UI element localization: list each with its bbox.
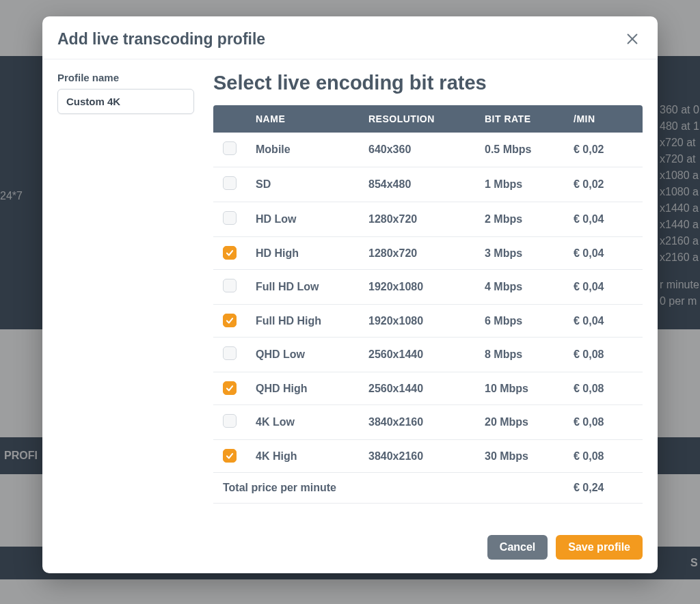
bitrate-value: 6 Mbps xyxy=(475,305,564,338)
modal-footer: Cancel Save profile xyxy=(42,509,658,573)
bitrate-value: 8 Mbps xyxy=(475,338,564,372)
col-header-permin: /MIN xyxy=(564,105,643,133)
bitrate-checkbox[interactable] xyxy=(223,279,237,292)
table-row: Full HD High1920x10806 Mbps€ 0,04 xyxy=(213,305,643,338)
bitrate-checkbox[interactable] xyxy=(223,246,237,260)
total-row: Total price per minute € 0,24 xyxy=(213,473,643,504)
bitrate-value: 1 Mbps xyxy=(475,167,564,202)
bitrate-name: HD Low xyxy=(246,202,359,237)
col-header-resolution: RESOLUTION xyxy=(359,105,475,133)
bitrate-name: 4K Low xyxy=(246,405,359,440)
table-row: Mobile640x3600.5 Mbps€ 0,02 xyxy=(213,133,643,167)
modal-body: Profile name Select live encoding bit ra… xyxy=(42,59,658,509)
cancel-button[interactable]: Cancel xyxy=(487,535,548,560)
bitrate-name: QHD High xyxy=(246,372,359,405)
bitrate-price: € 0,02 xyxy=(564,133,643,167)
bitrate-value: 3 Mbps xyxy=(475,237,564,270)
bitrate-value: 2 Mbps xyxy=(475,202,564,237)
col-header-check xyxy=(213,105,246,133)
bitrate-resolution: 1280x720 xyxy=(359,202,475,237)
bitrate-price: € 0,08 xyxy=(564,338,643,372)
bitrate-resolution: 3840x2160 xyxy=(359,440,475,473)
bitrate-name: HD High xyxy=(246,237,359,270)
table-row: Full HD Low1920x10804 Mbps€ 0,04 xyxy=(213,270,643,305)
add-transcoding-profile-modal: Add live transcoding profile Profile nam… xyxy=(42,16,658,573)
bitrate-resolution: 1920x1080 xyxy=(359,270,475,305)
bitrate-resolution: 3840x2160 xyxy=(359,405,475,440)
bitrate-price: € 0,04 xyxy=(564,305,643,338)
bitrate-checkbox[interactable] xyxy=(223,346,237,360)
bitrate-checkbox[interactable] xyxy=(223,314,237,327)
bitrate-checkbox[interactable] xyxy=(223,414,237,428)
bitrate-price: € 0,08 xyxy=(564,372,643,405)
table-row: QHD High2560x144010 Mbps€ 0,08 xyxy=(213,372,643,405)
bitrate-name: SD xyxy=(246,167,359,202)
bitrate-price: € 0,02 xyxy=(564,167,643,202)
bitrate-resolution: 854x480 xyxy=(359,167,475,202)
bitrate-table: NAME RESOLUTION BIT RATE /MIN Mobile640x… xyxy=(213,105,643,504)
close-button[interactable] xyxy=(622,29,643,49)
bitrate-name: Full HD High xyxy=(246,305,359,338)
bitrate-checkbox[interactable] xyxy=(223,449,237,463)
col-header-bitrate: BIT RATE xyxy=(475,105,564,133)
bitrate-section: Select live encoding bit rates NAME RESO… xyxy=(213,72,643,504)
col-header-name: NAME xyxy=(246,105,359,133)
bitrate-resolution: 2560x1440 xyxy=(359,338,475,372)
bitrate-checkbox[interactable] xyxy=(223,141,237,155)
save-profile-button[interactable]: Save profile xyxy=(556,535,643,560)
bitrate-resolution: 1280x720 xyxy=(359,237,475,270)
bitrate-price: € 0,04 xyxy=(564,270,643,305)
modal-header: Add live transcoding profile xyxy=(42,16,658,59)
bitrate-price: € 0,04 xyxy=(564,202,643,237)
bitrate-checkbox[interactable] xyxy=(223,176,237,190)
bitrate-price: € 0,08 xyxy=(564,405,643,440)
bitrate-checkbox[interactable] xyxy=(223,381,237,395)
bitrate-name: QHD Low xyxy=(246,338,359,372)
table-row: 4K Low3840x216020 Mbps€ 0,08 xyxy=(213,405,643,440)
bitrate-name: 4K High xyxy=(246,440,359,473)
bitrate-value: 0.5 Mbps xyxy=(475,133,564,167)
table-row: HD Low1280x7202 Mbps€ 0,04 xyxy=(213,202,643,237)
total-label: Total price per minute xyxy=(213,473,564,504)
profile-name-label: Profile name xyxy=(57,72,194,83)
total-price: € 0,24 xyxy=(564,473,643,504)
bitrate-resolution: 1920x1080 xyxy=(359,305,475,338)
bitrate-price: € 0,08 xyxy=(564,440,643,473)
close-icon xyxy=(625,31,640,46)
table-row: SD854x4801 Mbps€ 0,02 xyxy=(213,167,643,202)
bitrate-resolution: 2560x1440 xyxy=(359,372,475,405)
bitrate-name: Full HD Low xyxy=(246,270,359,305)
bitrate-name: Mobile xyxy=(246,133,359,167)
table-row: HD High1280x7203 Mbps€ 0,04 xyxy=(213,237,643,270)
table-row: QHD Low2560x14408 Mbps€ 0,08 xyxy=(213,338,643,372)
bitrate-value: 4 Mbps xyxy=(475,270,564,305)
bitrate-value: 30 Mbps xyxy=(475,440,564,473)
profile-name-input[interactable] xyxy=(57,89,194,114)
bitrate-resolution: 640x360 xyxy=(359,133,475,167)
bitrate-value: 20 Mbps xyxy=(475,405,564,440)
modal-title: Add live transcoding profile xyxy=(57,30,265,49)
bitrate-price: € 0,04 xyxy=(564,237,643,270)
bitrate-checkbox[interactable] xyxy=(223,211,237,225)
section-title: Select live encoding bit rates xyxy=(213,72,643,94)
profile-name-section: Profile name xyxy=(57,72,194,504)
table-row: 4K High3840x216030 Mbps€ 0,08 xyxy=(213,440,643,473)
bitrate-value: 10 Mbps xyxy=(475,372,564,405)
